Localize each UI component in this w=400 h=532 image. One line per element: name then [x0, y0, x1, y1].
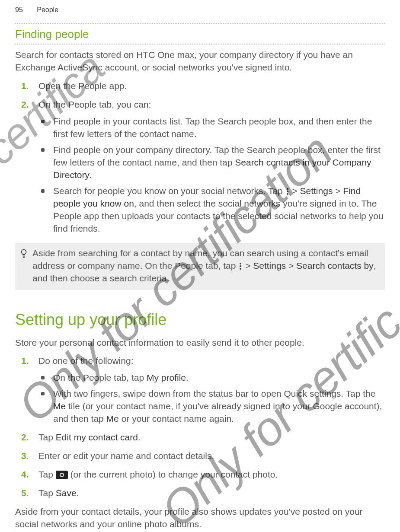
step-item: Tap Edit my contact card.: [15, 431, 385, 444]
text: With two fingers, swipe down from the st…: [53, 389, 375, 398]
step-item: Open the People app.: [15, 80, 385, 92]
bold-text: Save: [56, 488, 77, 498]
text: >: [333, 186, 343, 196]
text: Tap: [38, 488, 56, 498]
text: >: [290, 186, 300, 196]
heading-setting-profile: Setting up your profile: [15, 311, 385, 329]
step-text: On the People tab, you can:: [38, 99, 151, 109]
bullet-item: Find people on your company directory. T…: [38, 144, 385, 182]
outro-text: Aside from your contact details, your pr…: [15, 506, 385, 531]
page-content: 95 People Finding people Search for cont…: [0, 0, 400, 532]
bold-text: Edit my contact card: [56, 432, 138, 442]
section-name: People: [37, 6, 58, 13]
step-text: Do one of the following:: [38, 356, 133, 366]
step-item: Do one of the following: On the People t…: [15, 355, 385, 425]
profile-steps: Do one of the following: On the People t…: [15, 355, 385, 500]
overflow-menu-icon: [238, 263, 243, 270]
text: Tap: [38, 469, 56, 479]
divider: [15, 23, 385, 24]
camera-icon: [56, 471, 68, 479]
intro-text: Search for contacts stored on HTC One ma…: [15, 49, 385, 74]
text: .: [138, 432, 141, 442]
text: .: [186, 373, 189, 382]
bold-text: My profile: [147, 373, 186, 382]
text: >: [243, 261, 253, 271]
step-item: Enter or edit your name and contact deta…: [15, 450, 385, 462]
tip-text: Aside from searching for a contact by na…: [32, 247, 380, 285]
divider: [15, 44, 385, 45]
bullet-item: Search for people you know on your socia…: [38, 185, 385, 235]
text: >: [286, 261, 296, 271]
bold-text: Settings: [253, 261, 286, 271]
lightbulb-icon: [20, 249, 27, 260]
svg-rect-2: [23, 256, 25, 257]
finding-bullets: Find people in your contacts list. Tap t…: [38, 115, 385, 235]
svg-point-0: [22, 249, 26, 254]
page-number: 95: [15, 6, 23, 13]
text: (or the current photo) to change your co…: [68, 469, 278, 479]
tip-box: Aside from searching for a contact by na…: [15, 243, 385, 290]
svg-rect-3: [23, 257, 25, 258]
heading-finding-people: Finding people: [15, 28, 385, 41]
text: .: [90, 170, 92, 180]
profile-bullets: On the People tab, tap My profile. With …: [38, 372, 385, 425]
text: or your contact name again.: [119, 414, 234, 424]
text: Tap: [38, 432, 56, 442]
page-header: 95 People: [15, 6, 385, 14]
bold-text: Me: [106, 414, 119, 424]
bullet-item: On the People tab, tap My profile.: [38, 372, 385, 384]
finding-steps: Open the People app. On the People tab, …: [15, 80, 385, 235]
bullet-item: With two fingers, swipe down from the st…: [38, 388, 385, 425]
overflow-menu-icon: [285, 188, 290, 195]
text: On the People tab, tap: [53, 373, 147, 382]
svg-rect-1: [22, 255, 25, 255]
step-item: Tap Save.: [15, 487, 385, 500]
text: Search for people you know on your socia…: [53, 186, 285, 196]
step-item: Tap (or the current photo) to change you…: [15, 468, 385, 481]
step-item: On the People tab, you can: Find people …: [15, 99, 385, 235]
intro-text: Store your personal contact information …: [15, 337, 385, 349]
bold-text: Settings: [300, 186, 333, 196]
bold-text: Me: [53, 401, 66, 411]
bullet-item: Find people in your contacts list. Tap t…: [38, 115, 385, 140]
bold-text: Search contacts by: [296, 261, 374, 271]
text: .: [77, 488, 79, 498]
